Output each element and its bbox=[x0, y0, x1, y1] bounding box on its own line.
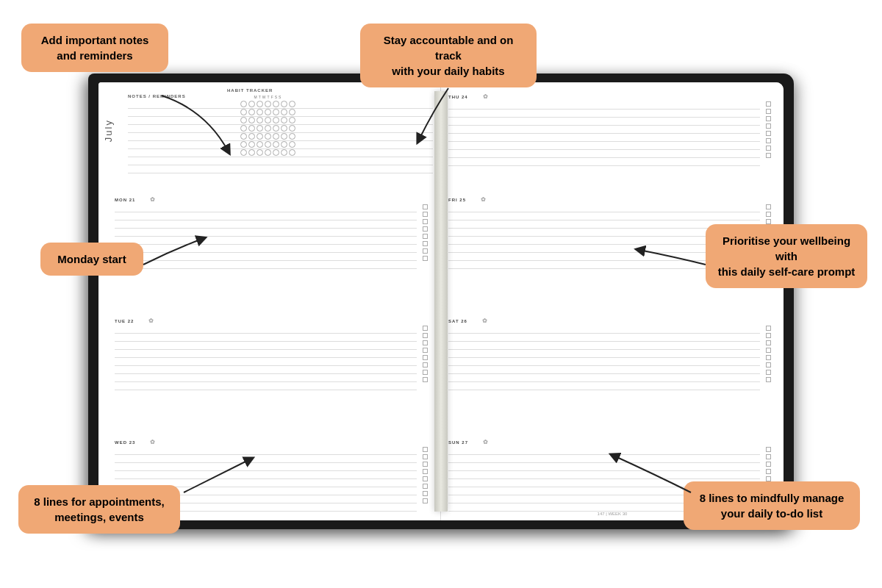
day-label-thu24: THU 24 ✿ bbox=[448, 93, 778, 100]
arrow-monday bbox=[136, 220, 209, 279]
day-label-sat26: SAT 26 ✿ bbox=[448, 318, 778, 324]
todo-checkboxes-mon bbox=[423, 204, 434, 269]
self-care-icon-mon: ✿ bbox=[150, 196, 156, 203]
page-number: 147 | WEEK 30 bbox=[598, 512, 628, 516]
day-sat26: SAT 26 ✿ bbox=[448, 318, 778, 390]
self-care-icon-fri: ✿ bbox=[481, 196, 487, 203]
day-thu24: THU 24 ✿ bbox=[448, 93, 778, 166]
tooltip-wellbeing: Prioritise your wellbeing withthis daily… bbox=[706, 224, 867, 288]
day-label-tue22: TUE 22 ✿ bbox=[115, 318, 434, 324]
self-care-icon-sat: ✿ bbox=[482, 318, 488, 324]
arrow-habits bbox=[404, 81, 463, 147]
day-tue22: TUE 22 ✿ bbox=[115, 318, 434, 390]
tooltip-todo: 8 lines to mindfully manageyour daily to… bbox=[684, 481, 860, 530]
tooltip-notes: Add important notesand reminders bbox=[21, 24, 168, 72]
self-care-icon-sun: ✿ bbox=[483, 439, 489, 445]
tooltip-appointments: 8 lines for appointments,meetings, event… bbox=[18, 485, 180, 534]
self-care-icon-tue: ✿ bbox=[148, 318, 154, 324]
appointment-lines-sat bbox=[448, 326, 760, 390]
appointment-lines-tue bbox=[115, 326, 417, 390]
todo-checkboxes-tue bbox=[423, 326, 434, 390]
todo-checkboxes-sat bbox=[766, 326, 778, 390]
month-label: July bbox=[103, 119, 114, 142]
arrow-wellbeing bbox=[632, 228, 713, 279]
book-spine bbox=[434, 91, 448, 512]
self-care-icon-wed: ✿ bbox=[150, 439, 156, 445]
arrow-appointments bbox=[169, 441, 257, 500]
tooltip-habits: Stay accountable and on trackwith your d… bbox=[360, 24, 537, 87]
appointment-lines-thu bbox=[448, 101, 760, 166]
self-care-icon-thu: ✿ bbox=[483, 93, 489, 100]
arrow-todo bbox=[603, 437, 698, 503]
tooltip-monday: Monday start bbox=[40, 243, 143, 276]
arrow-notes bbox=[147, 88, 243, 162]
day-label-mon21: MON 21 ✿ bbox=[115, 196, 434, 203]
day-label-wed23: WED 23 ✿ bbox=[115, 439, 434, 445]
todo-checkboxes-thu bbox=[766, 101, 778, 166]
day-label-fri25: FRI 25 ✿ bbox=[448, 196, 778, 203]
todo-checkboxes-wed bbox=[423, 447, 434, 512]
